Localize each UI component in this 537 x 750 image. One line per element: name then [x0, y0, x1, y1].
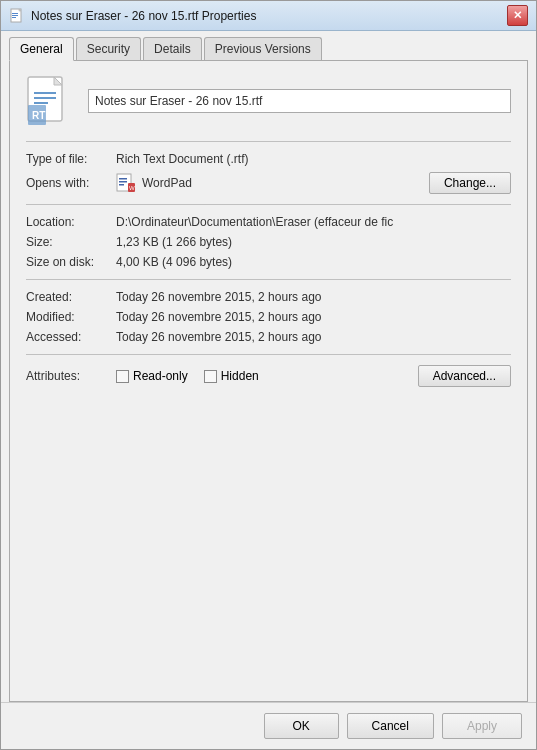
attributes-label: Attributes:	[26, 369, 116, 383]
svg-rect-3	[12, 17, 16, 18]
opens-with-content: W WordPad Change...	[116, 172, 511, 194]
opens-with-row: Opens with: W WordPad Change...	[26, 172, 511, 194]
separator-1	[26, 141, 511, 142]
close-button[interactable]: ✕	[507, 5, 528, 26]
tab-security[interactable]: Security	[76, 37, 141, 60]
change-button[interactable]: Change...	[429, 172, 511, 194]
created-label: Created:	[26, 290, 116, 304]
title-bar-text: Notes sur Eraser - 26 nov 15.rtf Propert…	[31, 9, 507, 23]
tab-general[interactable]: General	[9, 37, 74, 61]
svg-rect-13	[119, 178, 127, 180]
separator-2	[26, 204, 511, 205]
location-value: D:\Ordinateur\Documentation\Eraser (effa…	[116, 215, 511, 229]
location-row: Location: D:\Ordinateur\Documentation\Er…	[26, 215, 511, 229]
opens-with-label: Opens with:	[26, 176, 116, 190]
apply-button[interactable]: Apply	[442, 713, 522, 739]
svg-rect-14	[119, 181, 127, 183]
svg-text:RTF: RTF	[32, 110, 51, 121]
hidden-checkbox-box[interactable]	[204, 370, 217, 383]
attributes-content: Read-only Hidden Advanced...	[116, 365, 511, 387]
opens-with-app: WordPad	[142, 176, 429, 190]
title-bar: Notes sur Eraser - 26 nov 15.rtf Propert…	[1, 1, 536, 31]
created-row: Created: Today 26 novembre 2015, 2 hours…	[26, 290, 511, 304]
hidden-checkbox[interactable]: Hidden	[204, 369, 259, 383]
advanced-button[interactable]: Advanced...	[418, 365, 511, 387]
bottom-bar: OK Cancel Apply	[1, 702, 536, 749]
tabs-bar: General Security Details Previous Versio…	[1, 31, 536, 60]
location-label: Location:	[26, 215, 116, 229]
type-row: Type of file: Rich Text Document (.rtf)	[26, 152, 511, 166]
file-name-input[interactable]	[88, 89, 511, 113]
accessed-row: Accessed: Today 26 novembre 2015, 2 hour…	[26, 330, 511, 344]
size-row: Size: 1,23 KB (1 266 bytes)	[26, 235, 511, 249]
tab-details[interactable]: Details	[143, 37, 202, 60]
svg-text:W: W	[129, 185, 135, 191]
readonly-checkbox[interactable]: Read-only	[116, 369, 188, 383]
properties-window: Notes sur Eraser - 26 nov 15.rtf Propert…	[0, 0, 537, 750]
svg-rect-15	[119, 184, 124, 186]
wordpad-icon: W	[116, 173, 136, 193]
modified-value: Today 26 novembre 2015, 2 hours ago	[116, 310, 511, 324]
file-header: RTF	[26, 75, 511, 127]
readonly-label: Read-only	[133, 369, 188, 383]
modified-label: Modified:	[26, 310, 116, 324]
size-on-disk-value: 4,00 KB (4 096 bytes)	[116, 255, 511, 269]
ok-button[interactable]: OK	[264, 713, 339, 739]
size-value: 1,23 KB (1 266 bytes)	[116, 235, 511, 249]
file-icon: RTF	[26, 75, 74, 127]
attributes-row: Attributes: Read-only Hidden Advanced...	[26, 365, 511, 387]
type-value: Rich Text Document (.rtf)	[116, 152, 511, 166]
created-value: Today 26 novembre 2015, 2 hours ago	[116, 290, 511, 304]
accessed-value: Today 26 novembre 2015, 2 hours ago	[116, 330, 511, 344]
accessed-label: Accessed:	[26, 330, 116, 344]
content-area: RTF Type of file: Rich Text Document (.r…	[9, 60, 528, 702]
size-on-disk-row: Size on disk: 4,00 KB (4 096 bytes)	[26, 255, 511, 269]
size-on-disk-label: Size on disk:	[26, 255, 116, 269]
tab-previous-versions[interactable]: Previous Versions	[204, 37, 322, 60]
window-icon	[9, 8, 25, 24]
hidden-label: Hidden	[221, 369, 259, 383]
svg-rect-2	[12, 15, 18, 16]
type-label: Type of file:	[26, 152, 116, 166]
svg-rect-1	[12, 13, 18, 14]
cancel-button[interactable]: Cancel	[347, 713, 434, 739]
separator-4	[26, 354, 511, 355]
separator-3	[26, 279, 511, 280]
modified-row: Modified: Today 26 novembre 2015, 2 hour…	[26, 310, 511, 324]
size-label: Size:	[26, 235, 116, 249]
readonly-checkbox-box[interactable]	[116, 370, 129, 383]
